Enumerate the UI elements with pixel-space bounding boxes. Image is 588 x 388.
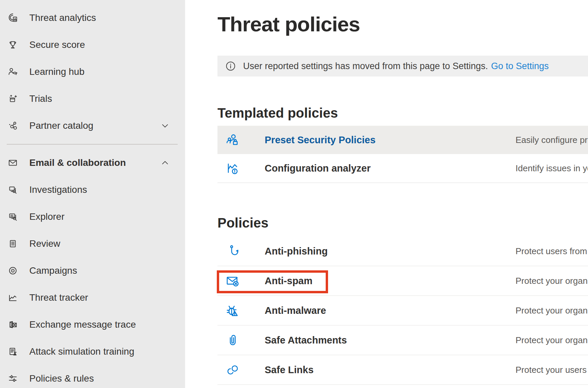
section-rows: Anti-phishingProtect users from pAnti-sp… xyxy=(217,237,588,385)
policy-description: Protect your organiz xyxy=(516,276,588,286)
sidebar-item-threat-analytics[interactable]: Threat analytics xyxy=(0,4,185,31)
sidebar-item-label: Threat tracker xyxy=(29,292,88,303)
email-collaboration-icon xyxy=(7,157,18,168)
threat-analytics-icon xyxy=(7,12,18,23)
chevron-up-icon[interactable] xyxy=(160,158,170,168)
sidebar-item-label: Trials xyxy=(29,93,52,104)
section-heading-templated-policies: Templated policies xyxy=(217,105,588,126)
exchange-message-trace-icon xyxy=(7,319,18,330)
partner-catalog-icon xyxy=(7,120,18,131)
sidebar-item-label: Partner catalog xyxy=(29,120,93,131)
policy-description: Protect your organiz xyxy=(516,305,588,316)
sidebar-item-exchange-message-trace[interactable]: Exchange message trace xyxy=(0,311,185,338)
sidebar-item-secure-score[interactable]: Secure score xyxy=(0,31,185,58)
chevron-down-icon[interactable] xyxy=(160,121,170,130)
sidebar-item-label: Review xyxy=(29,238,60,249)
sidebar-item-email-and-collaboration[interactable]: Email & collaboration xyxy=(0,149,185,176)
sidebar-item-attack-simulation-training[interactable]: Attack simulation training xyxy=(0,338,185,365)
sidebar-item-investigations[interactable]: Investigations xyxy=(0,176,185,203)
sidebar-item-policies-and-rules[interactable]: Policies & rules xyxy=(0,365,185,388)
review-icon xyxy=(7,238,18,249)
policy-row-anti-malware[interactable]: Anti-malwareProtect your organiz xyxy=(217,296,588,326)
page-title: Threat policies xyxy=(217,11,360,37)
policy-title: Safe Attachments xyxy=(265,335,347,346)
sidebar-item-threat-tracker[interactable]: Threat tracker xyxy=(0,284,185,311)
sidebar-item-label: Policies & rules xyxy=(29,373,94,384)
sidebar-divider xyxy=(0,139,185,149)
policy-description: Protect your organiz xyxy=(516,335,588,346)
configuration-analyzer-icon xyxy=(225,161,239,175)
sidebar-item-label: Explorer xyxy=(29,211,64,222)
policy-sections: Templated policiesPreset Security Polici… xyxy=(217,105,588,385)
campaigns-icon xyxy=(7,265,18,276)
policy-row-safe-attachments[interactable]: Safe AttachmentsProtect your organiz xyxy=(217,326,588,355)
banner-message: User reported settings has moved from th… xyxy=(243,61,488,71)
anti-malware-icon xyxy=(225,303,239,318)
anti-phishing-icon xyxy=(225,244,239,258)
policy-description: Protect your users fr xyxy=(516,365,588,375)
policy-description: Easily configure prot xyxy=(516,135,588,145)
app-root: Threat analyticsSecure scoreLearning hub… xyxy=(0,0,588,388)
sidebar-item-label: Secure score xyxy=(29,39,85,50)
trials-icon xyxy=(7,93,18,104)
info-banner: User reported settings has moved from th… xyxy=(217,56,588,77)
explorer-icon xyxy=(7,211,18,222)
preset-security-policies-icon xyxy=(225,133,239,147)
policy-title: Safe Links xyxy=(265,364,314,376)
policy-row-anti-spam[interactable]: Anti-spamProtect your organiz xyxy=(217,266,588,296)
policy-title: Configuration analyzer xyxy=(265,163,371,174)
policy-row-configuration-analyzer[interactable]: Configuration analyzerIdentify issues in… xyxy=(217,154,588,183)
secure-score-icon xyxy=(7,39,18,50)
sidebar-item-label: Email & collaboration xyxy=(29,157,126,168)
attack-simulation-training-icon xyxy=(7,346,18,357)
policy-row-anti-phishing[interactable]: Anti-phishingProtect users from p xyxy=(217,237,588,266)
sidebar-item-label: Threat analytics xyxy=(29,12,96,23)
go-to-settings-link[interactable]: Go to Settings xyxy=(491,61,549,71)
sidebar-item-partner-catalog[interactable]: Partner catalog xyxy=(0,112,185,139)
safe-links-icon xyxy=(225,363,239,377)
sidebar-item-label: Attack simulation training xyxy=(29,346,134,357)
section-heading-policies: Policies xyxy=(217,215,588,237)
policy-row-preset-security-policies[interactable]: Preset Security PoliciesEasily configure… xyxy=(217,126,588,154)
policy-title: Anti-phishing xyxy=(265,246,328,257)
sidebar-item-trials[interactable]: Trials xyxy=(0,85,185,112)
sidebar-item-explorer[interactable]: Explorer xyxy=(0,203,185,230)
main-content: Threat policies User reported settings h… xyxy=(217,0,588,388)
policy-title[interactable]: Preset Security Policies xyxy=(265,135,376,146)
sidebar-item-label: Investigations xyxy=(29,184,87,195)
safe-attachments-icon xyxy=(225,333,239,347)
sidebar-item-label: Exchange message trace xyxy=(29,319,136,330)
policies-rules-icon xyxy=(7,373,18,384)
sidebar-item-learning-hub[interactable]: Learning hub xyxy=(0,58,185,85)
policy-description: Protect users from p xyxy=(516,246,588,257)
sidebar-item-review[interactable]: Review xyxy=(0,230,185,257)
anti-spam-icon xyxy=(225,274,239,288)
banner-text: User reported settings has moved from th… xyxy=(243,61,549,71)
policy-description: Identify issues in you xyxy=(516,163,588,174)
policy-row-safe-links[interactable]: Safe LinksProtect your users fr xyxy=(217,355,588,385)
sidebar-item-campaigns[interactable]: Campaigns xyxy=(0,257,185,284)
sidebar: Threat analyticsSecure scoreLearning hub… xyxy=(0,0,185,388)
policy-title: Anti-spam xyxy=(265,275,313,287)
section-rows: Preset Security PoliciesEasily configure… xyxy=(217,126,588,183)
sidebar-item-label: Learning hub xyxy=(29,66,84,77)
sidebar-item-label: Campaigns xyxy=(29,265,77,276)
threat-tracker-icon xyxy=(7,292,18,303)
learning-hub-icon xyxy=(7,66,18,77)
investigations-icon xyxy=(7,184,18,195)
info-icon xyxy=(226,61,236,71)
policy-title: Anti-malware xyxy=(265,305,326,316)
